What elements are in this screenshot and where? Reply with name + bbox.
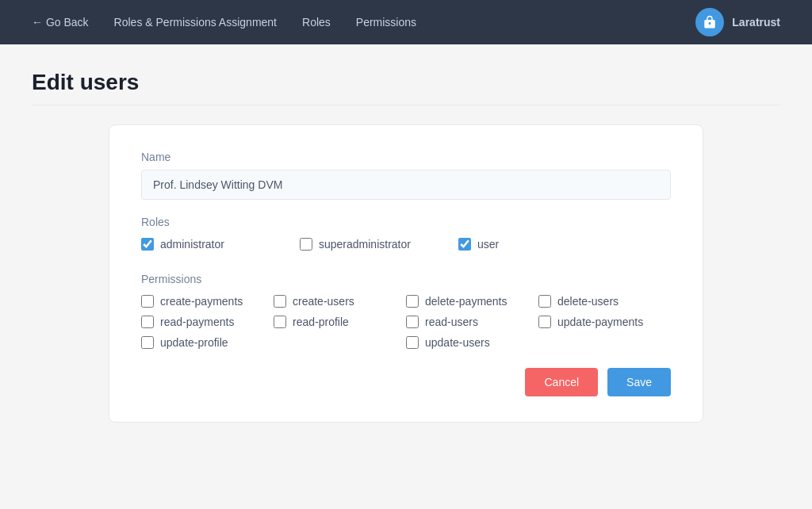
roles-section: Roles administrator superadministrator u… <box>141 216 671 257</box>
save-button[interactable]: Save <box>607 368 671 396</box>
role-superadministrator-checkbox[interactable] <box>300 238 312 251</box>
go-back-link[interactable]: ← Go Back <box>32 16 89 29</box>
perm-read-profile-checkbox[interactable] <box>274 316 286 328</box>
perm-read-payments: read-payments <box>141 316 274 328</box>
role-user-checkbox[interactable] <box>458 238 471 251</box>
brand: Laratrust <box>695 8 780 36</box>
role-user-label[interactable]: user <box>477 238 499 251</box>
name-label: Name <box>141 151 671 163</box>
perm-delete-users-checkbox[interactable] <box>538 295 551 308</box>
page-divider <box>32 105 780 105</box>
page-content: Edit users Name Roles administrator supe… <box>0 44 812 448</box>
perm-delete-payments-checkbox[interactable] <box>406 295 419 308</box>
perm-create-payments-checkbox[interactable] <box>141 295 154 308</box>
page-title: Edit users <box>32 70 780 95</box>
perm-read-payments-label[interactable]: read-payments <box>160 316 234 328</box>
perm-update-profile-checkbox[interactable] <box>141 336 154 349</box>
role-administrator-checkbox[interactable] <box>141 238 154 251</box>
perm-read-payments-checkbox[interactable] <box>141 316 154 328</box>
perm-create-users-checkbox[interactable] <box>274 295 286 308</box>
perm-read-users: read-users <box>406 316 538 328</box>
nav-roles-permissions[interactable]: Roles & Permissions Assignment <box>114 16 277 29</box>
perm-update-profile-label[interactable]: update-profile <box>160 336 228 349</box>
permissions-section: Permissions create-payments create-users… <box>141 273 671 349</box>
perm-update-payments: update-payments <box>538 316 671 328</box>
perm-read-profile-label[interactable]: read-profile <box>293 316 349 328</box>
role-user: user <box>458 238 617 251</box>
perm-create-payments-label[interactable]: create-payments <box>160 295 243 308</box>
role-superadministrator: superadministrator <box>300 238 458 251</box>
role-administrator-label[interactable]: administrator <box>160 238 224 251</box>
permissions-list: create-payments create-users delete-paym… <box>141 295 671 349</box>
perm-update-payments-checkbox[interactable] <box>538 316 551 328</box>
perm-read-users-label[interactable]: read-users <box>425 316 478 328</box>
role-superadministrator-label[interactable]: superadministrator <box>319 238 411 251</box>
lock-icon <box>695 8 724 36</box>
perm-delete-users: delete-users <box>538 295 671 308</box>
cancel-button[interactable]: Cancel <box>525 368 598 396</box>
roles-list: administrator superadministrator user <box>141 238 671 257</box>
perm-read-profile: read-profile <box>274 316 406 328</box>
perm-empty-cell <box>274 336 406 349</box>
name-field-group: Name <box>141 151 671 200</box>
perm-create-payments: create-payments <box>141 295 274 308</box>
name-input[interactable] <box>141 170 671 200</box>
perm-update-users-checkbox[interactable] <box>406 336 419 349</box>
edit-user-card: Name Roles administrator superadministra… <box>109 124 703 423</box>
perm-empty-cell2 <box>538 336 671 349</box>
nav-permissions[interactable]: Permissions <box>356 16 416 29</box>
perm-create-users: create-users <box>274 295 406 308</box>
perm-read-users-checkbox[interactable] <box>406 316 419 328</box>
button-row: Cancel Save <box>141 368 671 396</box>
perm-delete-users-label[interactable]: delete-users <box>557 295 619 308</box>
navbar: ← Go Back Roles & Permissions Assignment… <box>0 0 812 44</box>
roles-label: Roles <box>141 216 671 228</box>
permissions-label: Permissions <box>141 273 671 285</box>
perm-update-payments-label[interactable]: update-payments <box>557 316 643 328</box>
perm-update-profile: update-profile <box>141 336 274 349</box>
perm-delete-payments: delete-payments <box>406 295 538 308</box>
perm-delete-payments-label[interactable]: delete-payments <box>425 295 508 308</box>
role-administrator: administrator <box>141 238 300 251</box>
perm-update-users: update-users <box>406 336 538 349</box>
brand-label: Laratrust <box>732 16 780 29</box>
perm-update-users-label[interactable]: update-users <box>425 336 490 349</box>
nav-roles[interactable]: Roles <box>302 16 331 29</box>
perm-create-users-label[interactable]: create-users <box>293 295 354 308</box>
